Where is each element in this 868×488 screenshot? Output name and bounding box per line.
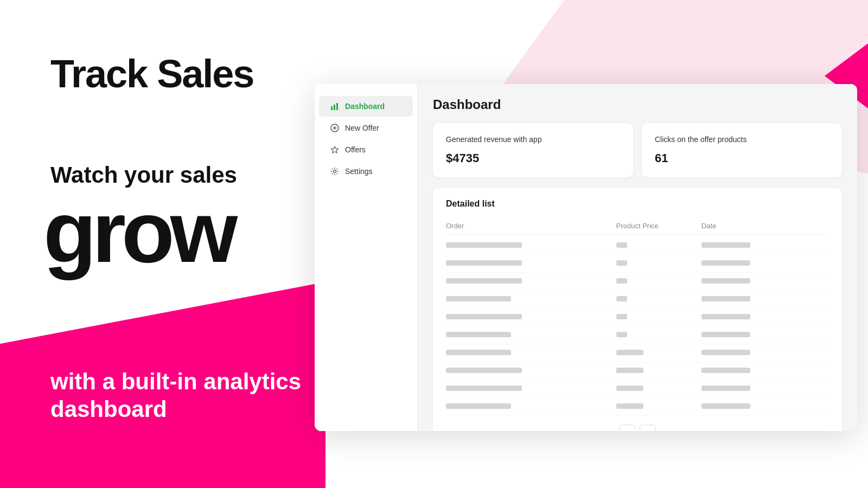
analytics-text: with a built-in analytics dashboard [50, 368, 301, 423]
gear-icon [330, 166, 340, 176]
table-row [446, 344, 829, 362]
table-row [446, 237, 829, 255]
sidebar-label-settings: Settings [345, 167, 373, 176]
dashboard-heading: Dashboard [433, 97, 842, 112]
col-header-order: Order [446, 222, 616, 230]
bar-chart-icon [330, 101, 340, 111]
detail-title: Detailed list [446, 199, 829, 209]
table-row [446, 362, 829, 380]
sidebar: Dashboard New Offer Offers [315, 84, 418, 431]
col-header-date: Date [701, 222, 829, 230]
svg-rect-1 [334, 105, 335, 110]
table-row [446, 380, 829, 398]
stat-card-clicks: Clicks on the offer products 61 [642, 123, 842, 177]
pagination-next-button[interactable]: › [640, 425, 656, 431]
grow-word: grow [43, 195, 233, 269]
main-content: Dashboard Generated revenue with app $47… [418, 84, 857, 431]
table-row [446, 291, 829, 309]
svg-point-7 [334, 170, 336, 173]
pagination: ‹ › [446, 425, 829, 431]
sidebar-item-settings[interactable]: Settings [319, 161, 413, 182]
table-row [446, 273, 829, 291]
star-icon [330, 145, 340, 155]
svg-rect-2 [336, 103, 338, 110]
sidebar-label-dashboard: Dashboard [345, 102, 385, 111]
page-title: Track Sales [50, 54, 253, 93]
sidebar-label-offers: Offers [345, 145, 366, 154]
sidebar-item-new-offer[interactable]: New Offer [319, 118, 413, 138]
stat-label-clicks: Clicks on the offer products [655, 135, 829, 144]
col-header-price: Product Price [616, 222, 701, 230]
sidebar-item-offers[interactable]: Offers [319, 139, 413, 160]
stat-card-revenue: Generated revenue with app $4735 [433, 123, 633, 177]
app-window: Dashboard New Offer Offers [315, 84, 857, 431]
table-row [446, 309, 829, 326]
table-row [446, 255, 829, 273]
pagination-prev-button[interactable]: ‹ [619, 425, 635, 431]
table-header: Order Product Price Date [446, 217, 829, 235]
stat-label-revenue: Generated revenue with app [446, 135, 620, 144]
sidebar-item-dashboard[interactable]: Dashboard [319, 96, 413, 117]
table-row [446, 398, 829, 416]
svg-marker-6 [331, 146, 339, 153]
left-section: Track Sales Watch your sales grow with a… [0, 0, 326, 488]
plus-circle-icon [330, 123, 340, 133]
stat-value-clicks: 61 [655, 151, 829, 165]
sidebar-label-new-offer: New Offer [345, 124, 379, 132]
stat-value-revenue: $4735 [446, 151, 620, 165]
detail-card: Detailed list Order Product Price Date [433, 188, 842, 431]
table-row [446, 326, 829, 344]
svg-rect-0 [331, 106, 333, 110]
stats-row: Generated revenue with app $4735 Clicks … [433, 123, 842, 177]
